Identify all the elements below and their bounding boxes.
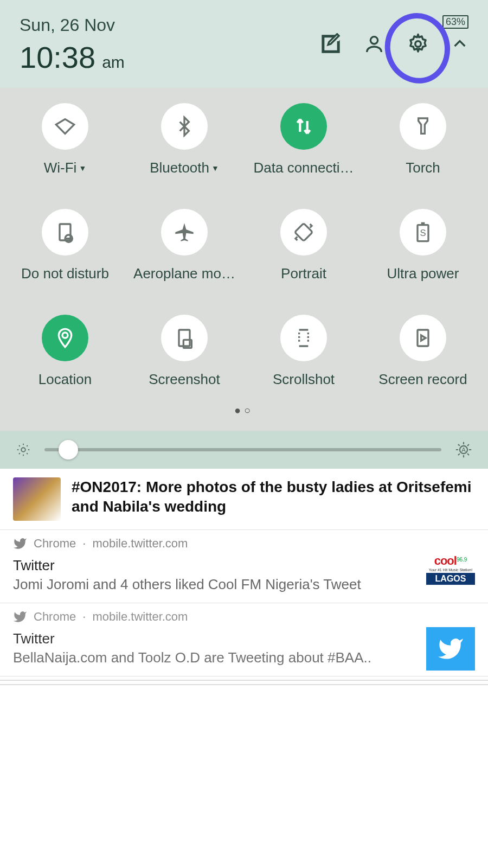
qs-label: Portrait (281, 265, 326, 282)
twitter-logo-box (426, 627, 475, 671)
qs-bluetooth[interactable]: Bluetooth▼ (125, 103, 244, 176)
notification-item[interactable]: Chrome· mobile.twitter.com Twitter Jomi … (0, 530, 488, 603)
battery-icon: S (412, 221, 434, 243)
notif-app: Chrome (34, 610, 76, 624)
rotation-icon (293, 221, 314, 243)
dnd-icon (54, 221, 76, 243)
record-icon (412, 327, 434, 349)
qs-location[interactable]: Location (5, 315, 125, 388)
chevron-up-icon (451, 35, 468, 53)
qs-torch[interactable]: Torch (363, 103, 483, 176)
twitter-icon (13, 610, 27, 624)
svg-rect-4 (295, 224, 313, 241)
qs-label: Screen record (378, 371, 467, 388)
bluetooth-icon (174, 116, 195, 137)
slider-thumb[interactable] (59, 440, 78, 459)
qs-label: Data connecti… (254, 159, 354, 176)
svg-point-7 (62, 333, 68, 338)
battery-indicator: 63% (442, 15, 468, 29)
svg-point-11 (21, 448, 25, 452)
time-label: 10:38 (20, 40, 95, 75)
scrollshot-icon (293, 327, 314, 349)
twitter-icon (437, 635, 464, 662)
notification-item[interactable]: Chrome· mobile.twitter.com Twitter Bella… (0, 603, 488, 676)
qs-label: Scrollshot (273, 371, 335, 388)
notif-site: mobile.twitter.com (92, 610, 188, 624)
qs-data[interactable]: Data connecti… (244, 103, 363, 176)
brightness-slider[interactable] (44, 448, 441, 451)
qs-wifi[interactable]: Wi-Fi▼ (5, 103, 125, 176)
edit-icon (320, 33, 342, 55)
qs-label: Screenshot (149, 371, 220, 388)
news-title: #ON2017: More photos of the busty ladies… (72, 477, 475, 521)
chevron-down-icon: ▼ (211, 164, 219, 173)
brightness-low-icon (15, 442, 31, 458)
qs-label: Torch (406, 159, 440, 176)
qs-scrollshot[interactable]: Scrollshot (244, 315, 363, 388)
ampm-label: am (102, 53, 125, 72)
svg-text:S: S (420, 228, 426, 238)
qs-ultrapower[interactable]: S Ultra power (363, 209, 483, 282)
qs-airplane[interactable]: Aeroplane mo… (125, 209, 244, 282)
stacked-notification-edge (0, 681, 488, 685)
wifi-icon (54, 116, 76, 137)
user-icon (363, 33, 385, 55)
svg-text:A: A (461, 446, 466, 453)
user-button[interactable] (363, 33, 385, 55)
gear-icon (407, 33, 429, 55)
stacked-notification-edge (0, 676, 488, 681)
notif-body: BellaNaija.com and Toolz O.D are Tweetin… (13, 649, 475, 666)
screenshot-icon (174, 327, 195, 349)
qs-dnd[interactable]: Do not disturb (5, 209, 125, 282)
qs-label: Ultra power (387, 265, 459, 282)
chevron-down-icon: ▼ (79, 164, 86, 173)
airplane-icon (174, 221, 195, 243)
qs-label: Location (38, 371, 92, 388)
notif-site: mobile.twitter.com (92, 537, 188, 551)
qs-label: Do not disturb (21, 265, 109, 282)
qs-label: Wi-Fi (44, 159, 77, 176)
qs-label: Bluetooth (150, 159, 209, 176)
twitter-icon (13, 537, 27, 551)
data-icon (293, 116, 314, 137)
cool-fm-logo: cool96.9 Your #1 Hit Music Station! LAGO… (426, 554, 475, 597)
news-card[interactable]: #ON2017: More photos of the busty ladies… (0, 469, 488, 530)
qs-screenshot[interactable]: Screenshot (125, 315, 244, 388)
notif-body: Jomi Joromi and 4 others liked Cool FM N… (13, 576, 475, 593)
collapse-button[interactable] (451, 35, 468, 53)
quick-settings-panel: Wi-Fi▼ Bluetooth▼ Data connecti… Torch D… (0, 88, 488, 431)
auto-brightness-icon[interactable]: A (454, 441, 473, 459)
news-thumbnail (13, 477, 61, 521)
qs-rotation[interactable]: Portrait (244, 209, 363, 282)
notif-title: Twitter (13, 630, 475, 647)
settings-button[interactable] (407, 33, 429, 55)
qs-header: 63% Sun, 26 Nov 10:38 am (0, 0, 488, 88)
svg-point-1 (415, 41, 421, 47)
svg-point-0 (370, 37, 377, 44)
brightness-row: A (0, 431, 488, 469)
qs-label: Aeroplane mo… (133, 265, 235, 282)
notif-app: Chrome (34, 537, 76, 551)
torch-icon (412, 116, 434, 137)
notif-title: Twitter (13, 557, 475, 574)
edit-button[interactable] (320, 33, 342, 55)
qs-screenrecord[interactable]: Screen record (363, 315, 483, 388)
location-icon (54, 327, 76, 349)
page-indicator[interactable]: ●○ (5, 388, 483, 425)
